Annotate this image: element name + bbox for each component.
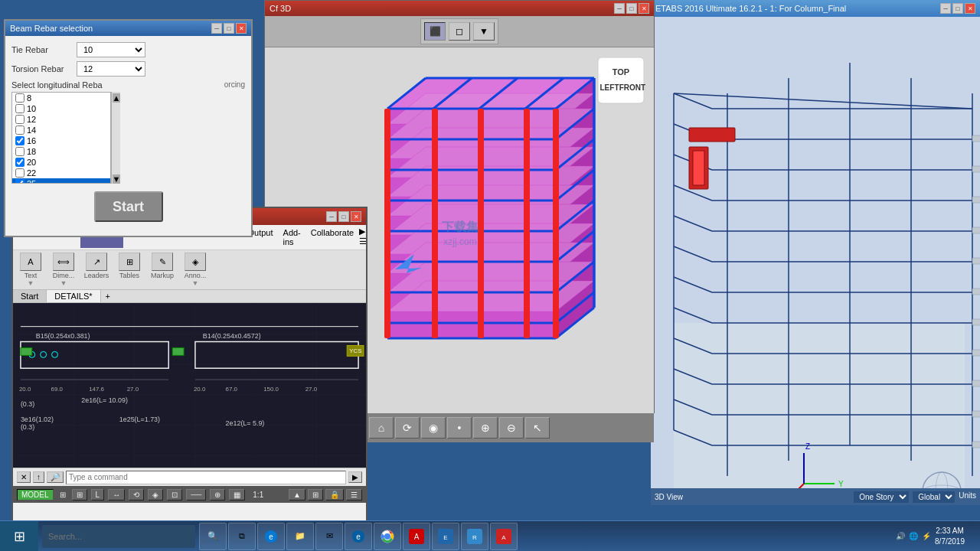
status-snap[interactable]: L [91, 489, 105, 500]
status-lock[interactable]: 🔒 [325, 489, 344, 500]
autocad-maximize[interactable]: □ [338, 211, 349, 222]
panel-close[interactable]: ✕ [236, 23, 247, 34]
etabs-3d-minimize[interactable]: ─ [940, 3, 951, 14]
btn-home[interactable]: ⌂ [369, 417, 394, 439]
svg-rect-46 [693, 151, 704, 185]
cmd-arrow[interactable]: ▶ [348, 471, 362, 483]
etabs-3d-maximize[interactable]: □ [952, 3, 963, 14]
rebar-item-20[interactable]: 20 [12, 157, 110, 168]
view3d-toolbar-cube[interactable]: ⬛ [424, 22, 446, 41]
btn-cursor[interactable]: ↖ [525, 417, 550, 439]
cmd-close[interactable]: ✕ [17, 471, 31, 483]
view3d-toolbar-perspective[interactable]: ◻ [449, 22, 470, 41]
status-sel[interactable]: ▦ [229, 489, 245, 500]
nav-cube[interactable]: TOP LEFT FRONT [594, 54, 648, 107]
menu-collaborate[interactable]: Collaborate [306, 227, 358, 248]
status-lw[interactable]: ── [186, 489, 206, 500]
tie-rebar-select[interactable]: 10 [77, 42, 145, 57]
taskbar-item-ie[interactable]: e [345, 523, 372, 550]
status-workspace[interactable]: ⊞ [308, 489, 323, 500]
rebar-item-10[interactable]: 10 [12, 103, 110, 114]
cmd-down[interactable]: 🔎 [47, 471, 64, 483]
ribbon-anno-icon[interactable]: ◈ [185, 253, 206, 271]
start-button[interactable]: Start [94, 191, 163, 222]
status-grid[interactable]: ⊞ [72, 489, 87, 500]
rebar-item-25[interactable]: 25 [12, 178, 110, 184]
etabs-3d-close[interactable]: ✕ [965, 3, 975, 14]
taskbar-item-mail[interactable]: ✉ [315, 523, 343, 550]
cmd-input[interactable] [66, 471, 346, 484]
btn-zoom-out[interactable]: ⊖ [499, 417, 524, 439]
status-isnap[interactable]: ◈ [148, 489, 163, 500]
view3d-maximize[interactable]: □ [626, 3, 637, 14]
taskbar-item-autocad[interactable]: A [490, 523, 518, 550]
global-dropdown[interactable]: Global [913, 491, 955, 503]
rebar-item-18[interactable]: 18 [12, 146, 110, 157]
rebar-item-12[interactable]: 12 [12, 114, 110, 125]
view3d-close[interactable]: ✕ [639, 3, 649, 14]
btn-point[interactable]: • [447, 417, 472, 439]
ribbon-markup-icon[interactable]: ✎ [152, 253, 173, 271]
rebar-item-16[interactable]: 16 [12, 135, 110, 146]
cmd-search[interactable]: ↑ [33, 471, 44, 483]
taskbar-item-etabs[interactable]: E [432, 523, 459, 550]
tab-start[interactable]: Start [13, 290, 47, 302]
rebar-check-18[interactable] [15, 147, 24, 156]
btn-orbit[interactable]: ⟳ [395, 417, 420, 439]
status-dyn[interactable]: ⊡ [167, 489, 182, 500]
view3d-toolbar-more[interactable]: ▼ [473, 22, 495, 41]
torsion-rebar-select[interactable]: 12 [77, 61, 145, 77]
scroll-down[interactable]: ▼ [113, 174, 120, 184]
taskbar-item-revit[interactable]: R [461, 523, 488, 550]
rebar-check-20[interactable] [15, 158, 24, 167]
view3d-minimize[interactable]: ─ [614, 3, 625, 14]
rebar-check-25[interactable] [15, 179, 24, 184]
ribbon-tables-icon[interactable]: ⊞ [119, 253, 140, 271]
menu-addins[interactable]: Add-ins [279, 227, 305, 248]
taskbar-search[interactable] [42, 525, 195, 548]
taskbar-item-edge[interactable]: e [257, 523, 285, 550]
rebar-check-16[interactable] [15, 136, 24, 145]
status-model[interactable]: MODEL [17, 489, 54, 500]
autocad-minimize[interactable]: ─ [326, 211, 337, 222]
story-dropdown[interactable]: One Story [854, 491, 909, 503]
btn-zoom-in[interactable]: ⊕ [473, 417, 498, 439]
rebar-check-22[interactable] [15, 168, 24, 178]
scroll-up[interactable]: ▲ [113, 93, 120, 103]
rebar-check-12[interactable] [15, 115, 24, 124]
ribbon-leaders-icon[interactable]: ↗ [86, 253, 107, 271]
tray-time[interactable]: 2:33 AM 8/7/2019 [935, 526, 965, 547]
taskbar-item-chrome[interactable] [374, 523, 401, 550]
tab-details[interactable]: DETAILS* [47, 290, 100, 302]
desktop: ETABS 2016 Ultimate 16.2.1 - 1: For Colu… [0, 0, 980, 551]
status-anno[interactable]: ▲ [289, 489, 305, 500]
panel-minimize[interactable]: ─ [211, 23, 222, 34]
rebar-check-10[interactable] [15, 104, 24, 113]
rebar-item-8[interactable]: 8 [12, 93, 110, 103]
taskbar-item-taskview[interactable]: ⧉ [228, 523, 256, 550]
taskbar-item-search[interactable]: 🔍 [199, 523, 227, 550]
rebar-item-14[interactable]: 14 [12, 125, 110, 135]
rebar-check-8[interactable] [15, 93, 24, 103]
svg-text:YCS: YCS [349, 347, 361, 354]
rebar-scrollbar[interactable]: ▲ ▼ [111, 92, 120, 184]
status-tp[interactable]: ⊕ [210, 489, 225, 500]
taskbar-item-folder[interactable]: 📁 [286, 523, 314, 550]
status-ortho[interactable]: ↔ [108, 489, 125, 500]
ribbon-text-arrow[interactable]: ▼ [28, 279, 34, 287]
taskbar-item-acrobat[interactable]: A [403, 523, 430, 550]
autocad-close[interactable]: ✕ [351, 211, 361, 222]
ribbon-anno-arrow[interactable]: ▼ [192, 279, 199, 287]
taskbar-start-button[interactable]: ⊞ [0, 521, 38, 552]
status-polar[interactable]: ⟲ [129, 489, 144, 500]
tab-add[interactable]: + [101, 290, 115, 302]
rebar-check-14[interactable] [15, 126, 24, 135]
rebar-item-22[interactable]: 22 [12, 168, 110, 178]
btn-eye[interactable]: ◉ [421, 417, 446, 439]
ribbon-text-icon[interactable]: A [20, 253, 41, 271]
ribbon-dimen-arrow[interactable]: ▼ [60, 279, 67, 287]
ribbon-dimen-icon[interactable]: ⟺ [53, 253, 74, 271]
status-custom[interactable]: ☰ [346, 489, 362, 500]
right-3d-view: Y Z X [651, 17, 980, 505]
panel-maximize[interactable]: □ [224, 23, 234, 34]
